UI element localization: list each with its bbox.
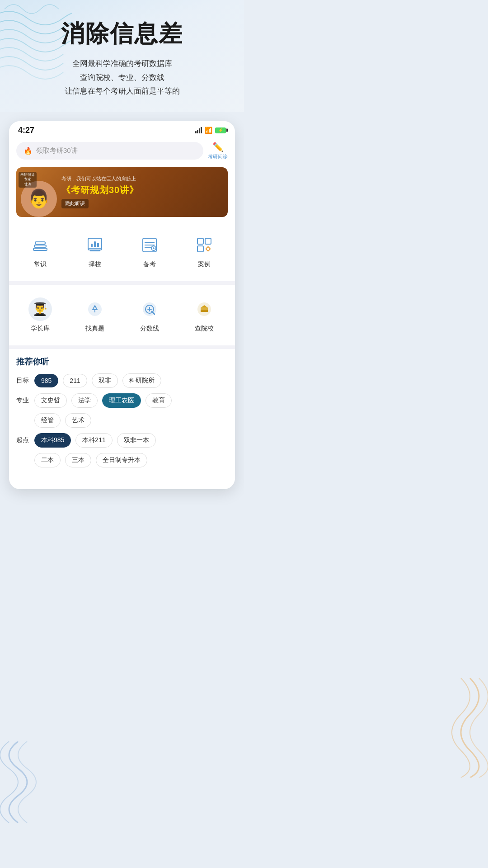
tag-quanrizhi[interactable]: 全日制专升本 <box>96 453 147 467</box>
icon-grid-row2: 👨‍🎓 学长库 找真题 <box>9 285 235 345</box>
tag-jiaoyu[interactable]: 教育 <box>145 393 172 408</box>
tag-benke985[interactable]: 本科985 <box>34 433 71 448</box>
grid-item-anli[interactable]: 案例 <box>177 228 231 274</box>
recommend-title: 推荐你听 <box>16 356 228 367</box>
svg-rect-16 <box>197 238 203 244</box>
banner-badge: 考研辅导 专家 甘涛 <box>19 172 37 188</box>
status-bar: 4:27 📶 ⚡ <box>9 121 235 138</box>
tag-shuangfeiyi[interactable]: 双非一本 <box>117 433 156 448</box>
xuechang-icon: 👨‍🎓 <box>28 297 52 321</box>
zexiao-label: 择校 <box>89 260 101 269</box>
phone-mockup: 4:27 📶 ⚡ 🔥 领取考研30讲 ✏️ 考研问诊 <box>9 121 235 489</box>
origin-filter-row: 起点 本科985 本科211 双非一本 <box>16 433 228 448</box>
status-icons: 📶 ⚡ <box>195 127 226 134</box>
tag-shuangfei[interactable]: 双非 <box>92 373 118 388</box>
anli-label: 案例 <box>198 260 211 269</box>
banner-subtitle: 考研，我们可以站在巨人的肩膀上 <box>61 175 223 182</box>
grid-item-changshi[interactable]: 常识 <box>13 228 67 274</box>
grid-item-zhenti[interactable]: 找真题 <box>67 292 122 338</box>
target-label: 目标 <box>16 377 30 385</box>
divider-2 <box>9 345 235 349</box>
chayuanxiao-icon <box>192 297 216 321</box>
changshi-label: 常识 <box>34 260 47 269</box>
fenshuxian-label: 分数线 <box>140 325 159 333</box>
origin-filter-row2: 二本 三本 全日制专升本 <box>16 453 228 467</box>
tag-ligongnongyii[interactable]: 理工农医 <box>102 393 141 408</box>
tag-erben[interactable]: 二本 <box>34 453 61 467</box>
major-filter-row2: 经管 艺术 <box>16 413 228 428</box>
target-filter-row: 目标 985 211 双非 科研院所 <box>16 373 228 388</box>
search-bar[interactable]: 🔥 领取考研30讲 <box>16 142 203 160</box>
svg-rect-7 <box>94 241 96 247</box>
svg-rect-5 <box>90 250 100 251</box>
grid-item-zexiao[interactable]: 择校 <box>67 228 122 274</box>
consult-label: 考研问诊 <box>208 153 228 160</box>
svg-rect-29 <box>201 310 208 312</box>
zexiao-icon <box>83 233 107 257</box>
grid-item-beikao[interactable]: 备考 <box>122 228 177 274</box>
pencil-icon: ✏️ <box>212 142 224 152</box>
origin-label: 起点 <box>16 436 30 444</box>
hero-subtitle: 全网最科学准确的考研数据库 查询院校、专业、分数线 让信息在每个考研人面前是平等… <box>14 57 230 99</box>
consult-button[interactable]: ✏️ 考研问诊 <box>208 142 228 160</box>
hero-section: 消除信息差 全网最科学准确的考研数据库 查询院校、专业、分数线 让信息在每个考研… <box>0 0 244 112</box>
divider-1 <box>9 281 235 285</box>
chayuanxiao-label: 查院校 <box>195 325 214 333</box>
tag-benke211[interactable]: 本科211 <box>75 433 112 448</box>
svg-rect-18 <box>197 246 203 252</box>
tag-faxue[interactable]: 法学 <box>71 393 98 408</box>
svg-rect-6 <box>91 244 93 247</box>
banner-cta-button[interactable]: 戳此听课 <box>61 199 89 208</box>
hero-title: 消除信息差 <box>14 18 230 50</box>
zhenti-icon <box>83 297 107 321</box>
svg-rect-0 <box>33 248 47 250</box>
fenshuxian-icon <box>138 297 161 321</box>
signal-icon <box>195 127 202 133</box>
tag-keyuansuosuo[interactable]: 科研院所 <box>122 373 161 388</box>
major-label: 专业 <box>16 396 30 405</box>
wifi-icon: 📶 <box>205 127 212 134</box>
search-placeholder: 领取考研30讲 <box>36 146 78 155</box>
tag-985[interactable]: 985 <box>34 374 58 387</box>
beikao-label: 备考 <box>143 260 156 269</box>
svg-rect-17 <box>205 238 211 244</box>
tag-211[interactable]: 211 <box>63 374 87 387</box>
zhenti-label: 找真题 <box>85 325 104 333</box>
tag-wenshizhe[interactable]: 文史哲 <box>34 393 67 408</box>
svg-rect-19 <box>206 246 210 251</box>
beikao-icon <box>138 233 161 257</box>
banner-title: 《考研规划30讲》 <box>61 184 223 196</box>
banner-content: 考研，我们可以站在巨人的肩膀上 《考研规划30讲》 戳此听课 <box>61 171 228 213</box>
banner-person: 👨 考研辅导 专家 甘涛 <box>16 167 61 217</box>
svg-rect-8 <box>97 243 99 247</box>
tag-jinguan[interactable]: 经管 <box>34 413 61 428</box>
fire-icon: 🔥 <box>23 146 33 155</box>
major-filter-row: 专业 文史哲 法学 理工农医 教育 <box>16 393 228 408</box>
battery-icon: ⚡ <box>215 127 226 133</box>
grid-item-fenshuxian[interactable]: 分数线 <box>122 292 177 338</box>
tag-sanben[interactable]: 三本 <box>65 453 91 467</box>
svg-rect-1 <box>34 245 46 247</box>
grid-item-chayuanxiao[interactable]: 查院校 <box>177 292 231 338</box>
svg-rect-2 <box>35 242 45 244</box>
banner[interactable]: 👨 考研辅导 专家 甘涛 考研，我们可以站在巨人的肩膀上 《考研规划30讲》 戳… <box>16 167 228 217</box>
icon-grid-row1: 常识 择校 <box>9 221 235 281</box>
tag-yishu[interactable]: 艺术 <box>65 413 91 428</box>
changshi-icon <box>28 233 52 257</box>
grid-item-xuechang[interactable]: 👨‍🎓 学长库 <box>13 292 67 338</box>
recommend-section: 推荐你听 目标 985 211 双非 科研院所 专业 文史哲 法学 理工农医 教… <box>9 349 235 480</box>
status-time: 4:27 <box>18 126 34 135</box>
anli-icon <box>192 233 216 257</box>
xuechang-label: 学长库 <box>31 325 50 333</box>
search-row: 🔥 领取考研30讲 ✏️ 考研问诊 <box>9 138 235 164</box>
